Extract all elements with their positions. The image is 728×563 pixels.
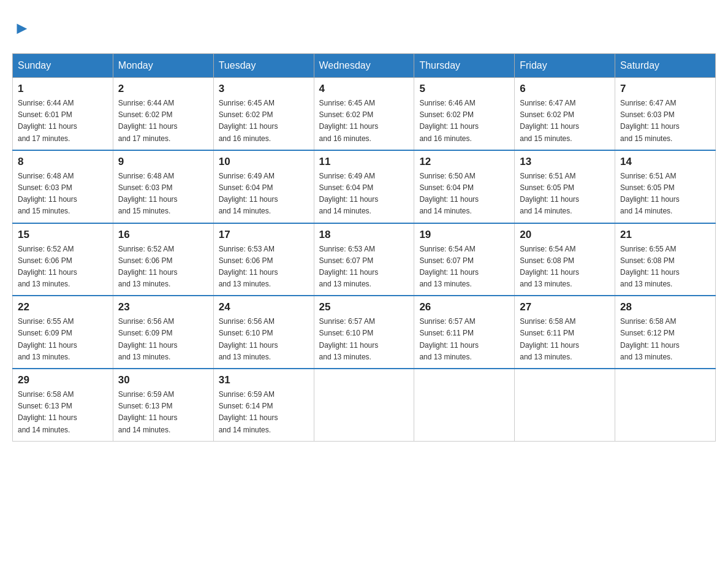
calendar-week-row: 8Sunrise: 6:48 AMSunset: 6:03 PMDaylight… [13, 150, 716, 223]
calendar-day-cell: 2Sunrise: 6:44 AMSunset: 6:02 PMDaylight… [113, 78, 213, 150]
day-number: 8 [18, 156, 108, 168]
day-info: Sunrise: 6:59 AMSunset: 6:13 PMDaylight:… [118, 389, 208, 436]
calendar-day-cell: 12Sunrise: 6:50 AMSunset: 6:04 PMDayligh… [414, 150, 515, 223]
calendar-header-monday: Monday [113, 54, 213, 78]
calendar-day-cell: 27Sunrise: 6:58 AMSunset: 6:11 PMDayligh… [515, 296, 615, 369]
day-info: Sunrise: 6:52 AMSunset: 6:06 PMDaylight:… [18, 243, 108, 291]
calendar-day-cell: 26Sunrise: 6:57 AMSunset: 6:11 PMDayligh… [414, 296, 515, 369]
day-info: Sunrise: 6:59 AMSunset: 6:14 PMDaylight:… [219, 389, 309, 436]
day-info: Sunrise: 6:48 AMSunset: 6:03 PMDaylight:… [118, 170, 208, 218]
calendar-day-cell: 15Sunrise: 6:52 AMSunset: 6:06 PMDayligh… [13, 223, 113, 296]
calendar-day-cell: 21Sunrise: 6:55 AMSunset: 6:08 PMDayligh… [615, 223, 716, 296]
day-number: 31 [219, 374, 309, 386]
calendar-day-cell: 5Sunrise: 6:46 AMSunset: 6:02 PMDaylight… [414, 78, 515, 150]
day-info: Sunrise: 6:53 AMSunset: 6:06 PMDaylight:… [219, 243, 309, 291]
logo-arrow-icon: ► [13, 18, 31, 38]
calendar-day-cell: 25Sunrise: 6:57 AMSunset: 6:10 PMDayligh… [314, 296, 414, 369]
day-number: 1 [18, 83, 108, 95]
day-info: Sunrise: 6:57 AMSunset: 6:11 PMDaylight:… [419, 316, 509, 363]
calendar-day-cell: 22Sunrise: 6:55 AMSunset: 6:09 PMDayligh… [13, 296, 113, 369]
calendar-day-cell: 8Sunrise: 6:48 AMSunset: 6:03 PMDaylight… [13, 150, 113, 223]
calendar-week-row: 1Sunrise: 6:44 AMSunset: 6:01 PMDaylight… [13, 78, 716, 150]
day-number: 25 [319, 301, 409, 313]
calendar-day-cell: 11Sunrise: 6:49 AMSunset: 6:04 PMDayligh… [314, 150, 414, 223]
calendar-week-row: 15Sunrise: 6:52 AMSunset: 6:06 PMDayligh… [13, 223, 716, 296]
day-info: Sunrise: 6:56 AMSunset: 6:09 PMDaylight:… [118, 316, 208, 363]
calendar-header-wednesday: Wednesday [314, 54, 414, 78]
day-number: 13 [520, 156, 610, 168]
calendar-header-sunday: Sunday [13, 54, 113, 78]
day-info: Sunrise: 6:45 AMSunset: 6:02 PMDaylight:… [319, 98, 409, 145]
day-info: Sunrise: 6:54 AMSunset: 6:08 PMDaylight:… [520, 243, 610, 291]
calendar-day-cell: 31Sunrise: 6:59 AMSunset: 6:14 PMDayligh… [213, 369, 314, 441]
calendar-day-cell: 30Sunrise: 6:59 AMSunset: 6:13 PMDayligh… [113, 369, 213, 441]
calendar-table: SundayMondayTuesdayWednesdayThursdayFrid… [12, 53, 716, 442]
day-info: Sunrise: 6:52 AMSunset: 6:06 PMDaylight:… [118, 243, 208, 291]
day-info: Sunrise: 6:44 AMSunset: 6:02 PMDaylight:… [118, 98, 208, 145]
calendar-day-cell: 24Sunrise: 6:56 AMSunset: 6:10 PMDayligh… [213, 296, 314, 369]
day-info: Sunrise: 6:48 AMSunset: 6:03 PMDaylight:… [18, 170, 108, 218]
calendar-day-cell [515, 369, 615, 441]
day-info: Sunrise: 6:46 AMSunset: 6:02 PMDaylight:… [419, 98, 509, 145]
day-info: Sunrise: 6:55 AMSunset: 6:08 PMDaylight:… [620, 243, 710, 291]
calendar-day-cell: 10Sunrise: 6:49 AMSunset: 6:04 PMDayligh… [213, 150, 314, 223]
logo: ► [12, 18, 31, 35]
day-number: 27 [520, 301, 610, 313]
calendar-day-cell: 28Sunrise: 6:58 AMSunset: 6:12 PMDayligh… [615, 296, 716, 369]
day-number: 14 [620, 156, 710, 168]
calendar-day-cell: 13Sunrise: 6:51 AMSunset: 6:05 PMDayligh… [515, 150, 615, 223]
calendar-day-cell [314, 369, 414, 441]
day-number: 19 [419, 229, 509, 241]
day-number: 21 [620, 229, 710, 241]
calendar-day-cell: 9Sunrise: 6:48 AMSunset: 6:03 PMDaylight… [113, 150, 213, 223]
day-number: 22 [18, 301, 108, 313]
calendar-header-thursday: Thursday [414, 54, 515, 78]
calendar-day-cell [615, 369, 716, 441]
day-number: 20 [520, 229, 610, 241]
day-number: 10 [219, 156, 309, 168]
day-number: 12 [419, 156, 509, 168]
day-info: Sunrise: 6:51 AMSunset: 6:05 PMDaylight:… [620, 170, 710, 218]
calendar-day-cell: 29Sunrise: 6:58 AMSunset: 6:13 PMDayligh… [13, 369, 113, 441]
day-number: 11 [319, 156, 409, 168]
calendar-day-cell: 16Sunrise: 6:52 AMSunset: 6:06 PMDayligh… [113, 223, 213, 296]
calendar-day-cell [414, 369, 515, 441]
day-info: Sunrise: 6:53 AMSunset: 6:07 PMDaylight:… [319, 243, 409, 291]
day-number: 28 [620, 301, 710, 313]
day-info: Sunrise: 6:58 AMSunset: 6:12 PMDaylight:… [620, 316, 710, 363]
day-info: Sunrise: 6:50 AMSunset: 6:04 PMDaylight:… [419, 170, 509, 218]
page-header: ► [12, 12, 716, 41]
calendar-day-cell: 4Sunrise: 6:45 AMSunset: 6:02 PMDaylight… [314, 78, 414, 150]
day-number: 9 [118, 156, 208, 168]
day-number: 4 [319, 83, 409, 95]
day-number: 7 [620, 83, 710, 95]
day-info: Sunrise: 6:58 AMSunset: 6:11 PMDaylight:… [520, 316, 610, 363]
day-info: Sunrise: 6:51 AMSunset: 6:05 PMDaylight:… [520, 170, 610, 218]
day-info: Sunrise: 6:45 AMSunset: 6:02 PMDaylight:… [219, 98, 309, 145]
calendar-day-cell: 17Sunrise: 6:53 AMSunset: 6:06 PMDayligh… [213, 223, 314, 296]
day-number: 26 [419, 301, 509, 313]
day-number: 24 [219, 301, 309, 313]
day-number: 5 [419, 83, 509, 95]
calendar-header-row: SundayMondayTuesdayWednesdayThursdayFrid… [13, 54, 716, 78]
calendar-week-row: 22Sunrise: 6:55 AMSunset: 6:09 PMDayligh… [13, 296, 716, 369]
calendar-day-cell: 3Sunrise: 6:45 AMSunset: 6:02 PMDaylight… [213, 78, 314, 150]
day-info: Sunrise: 6:55 AMSunset: 6:09 PMDaylight:… [18, 316, 108, 363]
calendar-day-cell: 1Sunrise: 6:44 AMSunset: 6:01 PMDaylight… [13, 78, 113, 150]
day-number: 2 [118, 83, 208, 95]
logo-text: ► [12, 18, 31, 38]
day-info: Sunrise: 6:49 AMSunset: 6:04 PMDaylight:… [319, 170, 409, 218]
calendar-day-cell: 6Sunrise: 6:47 AMSunset: 6:02 PMDaylight… [515, 78, 615, 150]
day-info: Sunrise: 6:44 AMSunset: 6:01 PMDaylight:… [18, 98, 108, 145]
day-info: Sunrise: 6:47 AMSunset: 6:03 PMDaylight:… [620, 98, 710, 145]
day-number: 30 [118, 374, 208, 386]
calendar-day-cell: 14Sunrise: 6:51 AMSunset: 6:05 PMDayligh… [615, 150, 716, 223]
day-number: 3 [219, 83, 309, 95]
day-number: 6 [520, 83, 610, 95]
day-number: 18 [319, 229, 409, 241]
day-number: 15 [18, 229, 108, 241]
calendar-header-tuesday: Tuesday [213, 54, 314, 78]
day-info: Sunrise: 6:54 AMSunset: 6:07 PMDaylight:… [419, 243, 509, 291]
day-info: Sunrise: 6:56 AMSunset: 6:10 PMDaylight:… [219, 316, 309, 363]
calendar-day-cell: 20Sunrise: 6:54 AMSunset: 6:08 PMDayligh… [515, 223, 615, 296]
